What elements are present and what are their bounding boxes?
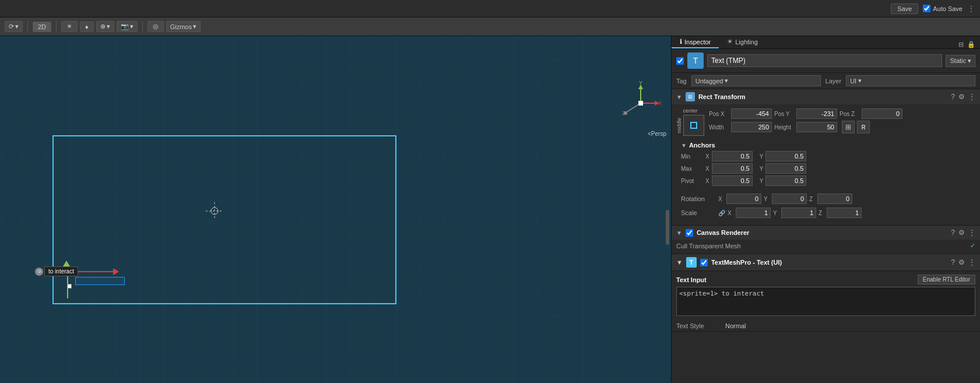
- tag-dropdown[interactable]: Untagged ▾: [691, 75, 821, 86]
- anchor-visual[interactable]: [683, 115, 704, 136]
- rtl-editor-button[interactable]: Enable RTL Editor: [918, 275, 975, 284]
- anchors-pivot-x-input[interactable]: [712, 175, 753, 186]
- anchors-pivot-row: Pivot X Y: [681, 175, 971, 186]
- cull-check[interactable]: ✓: [970, 242, 975, 250]
- anchors-max-y-axis: Y: [760, 166, 764, 172]
- text-content-input[interactable]: [676, 287, 975, 316]
- dropdown-arrow3: ▾: [130, 23, 134, 30]
- height-input[interactable]: [796, 122, 837, 132]
- rotation-z-group: Z: [809, 194, 852, 204]
- pos-y-input[interactable]: [796, 108, 837, 119]
- svg-text:X: X: [658, 100, 662, 106]
- 2d-toggle[interactable]: 2D: [33, 22, 51, 32]
- blueprint-icon: ⊞: [845, 123, 851, 131]
- svg-text:Z: Z: [622, 110, 626, 116]
- rt-more-icon[interactable]: ⋮: [968, 93, 975, 101]
- object-enabled-checkbox[interactable]: [676, 57, 684, 65]
- auto-save-label[interactable]: Auto Save: [923, 5, 963, 12]
- auto-save-checkbox[interactable]: [923, 5, 930, 12]
- cr-expand-icon: ▼: [676, 230, 682, 236]
- scale-link-icon[interactable]: 🔗: [718, 210, 725, 216]
- blue-rect-indicator: [75, 277, 125, 285]
- light-toggle[interactable]: ☀: [61, 21, 78, 32]
- anchors-min-x-input[interactable]: [712, 151, 753, 161]
- cr-help-icon[interactable]: ?: [951, 229, 955, 237]
- rt-settings-icon[interactable]: ⚙: [958, 93, 965, 101]
- object-icon: ⊙: [35, 268, 43, 276]
- lock-icon[interactable]: 🔒: [967, 41, 975, 48]
- cr-settings-icon[interactable]: ⚙: [958, 229, 965, 237]
- scale-y-input[interactable]: [781, 208, 816, 218]
- gizmos-dropdown[interactable]: Gizmos ▾: [166, 21, 201, 32]
- save-button[interactable]: Save: [891, 3, 918, 14]
- rect-transform-body: center middle: [672, 104, 980, 225]
- inspector-content[interactable]: T Static ▾ Tag Untagged ▾ Layer UI ▾: [672, 49, 980, 383]
- tab-inspector[interactable]: ℹ Inspector: [672, 36, 719, 48]
- layer-dropdown[interactable]: UI ▾: [846, 75, 975, 86]
- canvas-renderer-header[interactable]: ▼ Canvas Renderer ? ⚙ ⋮: [672, 226, 980, 240]
- anchors-max-x-input[interactable]: [712, 163, 753, 174]
- inspector-icon: ℹ: [680, 38, 682, 45]
- tab-lighting[interactable]: ☀ Lighting: [719, 36, 766, 48]
- layer-dropdown-arrow: ▾: [858, 77, 862, 85]
- object-anchor: [67, 284, 72, 289]
- anchors-min-y-input[interactable]: [765, 151, 806, 161]
- scene-scrollbar[interactable]: [666, 210, 669, 245]
- gizmos-btn[interactable]: ◎: [147, 21, 164, 32]
- anchors-pivot-label: Pivot: [681, 178, 698, 184]
- audio-toggle[interactable]: ♦: [80, 22, 94, 32]
- rotate-icon: ⟳: [9, 23, 14, 30]
- scale-y-axis: Y: [773, 210, 780, 216]
- tmp-settings-icon[interactable]: ⚙: [958, 258, 965, 266]
- scene-view[interactable]: X Y Z <Persp ⊙ to interact: [0, 36, 671, 383]
- rect-transform-header[interactable]: ▼ ⊞ Rect Transform ? ⚙ ⋮: [672, 89, 980, 104]
- text-style-label: Text Style: [676, 322, 723, 329]
- pos-x-label: Pos X: [709, 111, 730, 117]
- scale-x-input[interactable]: [736, 208, 771, 218]
- static-dropdown[interactable]: Static ▾: [946, 55, 975, 67]
- width-input[interactable]: [731, 122, 772, 132]
- blueprint-button[interactable]: ⊞: [842, 121, 855, 133]
- anchors-header[interactable]: ▼ Anchors: [681, 142, 971, 149]
- toolbar-sep-2: [56, 21, 57, 33]
- object-name-input[interactable]: [707, 54, 942, 67]
- scene-object[interactable]: ⊙ to interact: [35, 266, 119, 276]
- window-icon[interactable]: ⊟: [958, 41, 964, 48]
- rotation-row: Rotation X Y Z: [676, 192, 975, 205]
- object-label: to interact: [44, 266, 78, 276]
- rotation-z-axis: Z: [809, 196, 816, 202]
- anchors-section: ▼ Anchors Min X Y Max: [676, 139, 975, 190]
- transform-tools-dropdown[interactable]: ⟳ ▾: [5, 21, 23, 32]
- rotation-x-input[interactable]: [726, 194, 761, 204]
- cr-more-icon[interactable]: ⋮: [968, 229, 975, 237]
- rt-icon: ⊞: [686, 92, 695, 101]
- scale-x-group: X: [728, 208, 771, 218]
- tmp-actions: ? ⚙ ⋮: [951, 258, 975, 266]
- canvas-renderer-body: Cull Transparent Mesh ✓: [672, 240, 980, 254]
- anchors-max-y-input[interactable]: [765, 163, 806, 174]
- pos-x-input[interactable]: [731, 108, 772, 119]
- rotation-y-input[interactable]: [772, 194, 807, 204]
- pos-z-input[interactable]: [862, 108, 902, 119]
- tmp-enabled-checkbox[interactable]: [700, 259, 708, 266]
- tmp-help-icon[interactable]: ?: [951, 258, 955, 266]
- camera-dropdown[interactable]: 📷 ▾: [117, 21, 138, 32]
- tmp-header[interactable]: ▼ T TextMeshPro - Text (UI) ? ⚙ ⋮: [672, 254, 980, 271]
- top-bar-menu[interactable]: ⋮: [967, 4, 975, 13]
- scale-z-input[interactable]: [827, 208, 862, 218]
- object-header: T Static ▾: [672, 49, 980, 73]
- r-button[interactable]: R: [857, 121, 870, 133]
- rt-help-icon[interactable]: ?: [951, 93, 955, 101]
- anchors-pivot-y-input[interactable]: [765, 175, 806, 186]
- anchors-max-x-axis: X: [705, 166, 709, 172]
- canvas-renderer-checkbox[interactable]: [686, 229, 693, 237]
- inspector-tabs: ℹ Inspector ☀ Lighting ⊟ 🔒: [672, 36, 980, 49]
- rotation-z-input[interactable]: [817, 194, 852, 204]
- scale-xyz: X Y Z: [728, 208, 971, 218]
- audio-icon: ♦: [85, 23, 89, 30]
- tmp-more-icon[interactable]: ⋮: [968, 258, 975, 266]
- rt-fields: Pos X Pos Y Pos Z: [709, 108, 975, 135]
- effects-dropdown[interactable]: ⊕ ▾: [96, 21, 114, 32]
- lighting-icon: ☀: [727, 38, 733, 45]
- light-icon: ☀: [66, 23, 72, 30]
